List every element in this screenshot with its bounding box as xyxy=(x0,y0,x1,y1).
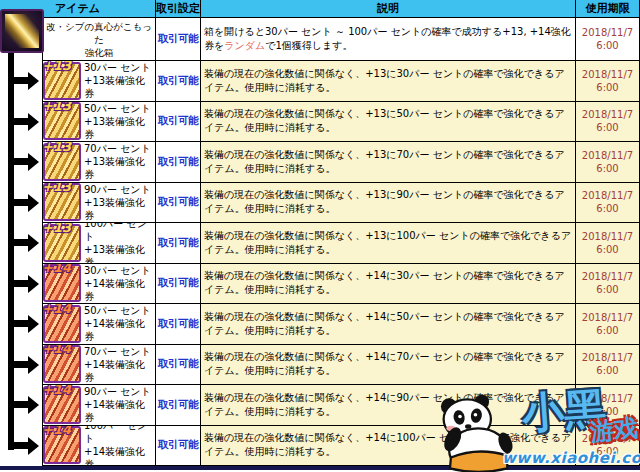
expiry-date: 2018/11/76:00 xyxy=(576,426,640,467)
ticket-plus-label: +14 xyxy=(42,385,71,396)
item-table-page: アイテム 取引設定 説明 使用期限 改・シブの真心がこもった強化箱取引可能箱を開… xyxy=(0,0,640,472)
item-description: 装備の現在の強化数値に関係なく、+13に100パー セントの確率で強化できるアイ… xyxy=(201,223,576,264)
item-cell: +14100パー セント+14装備強化券 xyxy=(42,426,156,467)
item-description: 装備の現在の強化数値に関係なく、+14に50パー セントの確率で強化できるアイテ… xyxy=(201,304,576,345)
item-row: +1370パー セント+13装備強化券取引可能装備の現在の強化数値に関係なく、+… xyxy=(0,142,640,183)
arrow-branch xyxy=(8,401,29,408)
trade-status: 取引可能 xyxy=(156,264,201,305)
arrow-branch xyxy=(8,361,29,368)
arrow-icon xyxy=(28,113,39,131)
item-name: 70パー セント+13装備強化券 xyxy=(81,142,155,181)
item-row: +1350パー セント+13装備強化券取引可能装備の現在の強化数値に関係なく、+… xyxy=(0,102,640,143)
column-header-desc: 説明 xyxy=(201,0,576,18)
item-name: 改・シブの真心がこもった強化箱 xyxy=(43,20,155,59)
item-name: 100パー セント+13装備強化券 xyxy=(81,223,155,264)
arrow-branch xyxy=(8,320,29,327)
table-header: アイテム 取引設定 説明 使用期限 xyxy=(0,0,640,18)
table-body: 改・シブの真心がこもった強化箱取引可能箱を開けると30パー セント ～ 100パ… xyxy=(0,18,640,466)
item-row: +1490パー セント+14装備強化券取引可能装備の現在の強化数値に関係なく、+… xyxy=(0,385,640,426)
item-description: 装備の現在の強化数値に関係なく、+13に30パー セントの確率で強化できるアイテ… xyxy=(201,61,576,102)
item-row: +1450パー セント+14装備強化券取引可能装備の現在の強化数値に関係なく、+… xyxy=(0,304,640,345)
item-description: 装備の現在の強化数値に関係なく、+14に90パー セントの確率で強化できるアイテ… xyxy=(201,385,576,426)
trade-status: 取引可能 xyxy=(156,223,201,264)
item-row: +1470パー セント+14装備強化券取引可能装備の現在の強化数値に関係なく、+… xyxy=(0,345,640,386)
arrow-branch xyxy=(8,239,29,246)
item-cell: +1370パー セント+13装備強化券 xyxy=(42,142,156,183)
item-description: 装備の現在の強化数値に関係なく、+13に50パー セントの確率で強化できるアイテ… xyxy=(201,102,576,143)
trade-status: 取引可能 xyxy=(156,304,201,345)
tree-line xyxy=(8,53,14,61)
arrow-icon xyxy=(28,315,39,333)
expiry-date: 2018/11/76:00 xyxy=(576,61,640,102)
trade-status: 取引可能 xyxy=(156,142,201,183)
plus13-ticket-icon: +13 xyxy=(43,62,81,100)
item-cell: +1490パー セント+14装備強化券 xyxy=(42,385,156,426)
item-cell: +1390パー セント+13装備強化券 xyxy=(42,183,156,224)
highlight-text: ランダム xyxy=(224,40,265,51)
enhance-box-icon xyxy=(0,9,44,53)
plus14-ticket-icon: +14 xyxy=(43,426,81,464)
trade-status: 取引可能 xyxy=(156,18,201,61)
item-row: +1430パー セント+14装備強化券取引可能装備の現在の強化数値に関係なく、+… xyxy=(0,264,640,305)
trade-status: 取引可能 xyxy=(156,426,201,467)
bottom-border xyxy=(0,466,640,470)
column-header-expiry: 使用期限 xyxy=(576,0,640,18)
item-name: 30パー セント+13装備強化券 xyxy=(81,61,155,100)
plus14-ticket-icon: +14 xyxy=(43,345,81,383)
tree-gutter xyxy=(0,304,42,345)
tree-gutter xyxy=(0,61,42,102)
expiry-date: 2018/11/76:00 xyxy=(576,18,640,61)
arrow-icon xyxy=(28,396,39,414)
ticket-plus-label: +14 xyxy=(42,304,71,315)
item-row: +14100パー セント+14装備強化券取引可能装備の現在の強化数値に関係なく、… xyxy=(0,426,640,467)
arrow-icon xyxy=(28,194,39,212)
item-row: +13100パー セント+13装備強化券取引可能装備の現在の強化数値に関係なく、… xyxy=(0,223,640,264)
plus14-ticket-icon: +14 xyxy=(43,386,81,424)
item-description: 装備の現在の強化数値に関係なく、+13に90パー セントの確率で強化できるアイテ… xyxy=(201,183,576,224)
item-row: 改・シブの真心がこもった強化箱取引可能箱を開けると30パー セント ～ 100パ… xyxy=(0,18,640,61)
arrow-branch xyxy=(8,118,29,125)
item-description: 装備の現在の強化数値に関係なく、+14に100パー セントの確率で強化できるアイ… xyxy=(201,426,576,467)
ticket-plus-label: +13 xyxy=(42,102,71,113)
ticket-plus-label: +14 xyxy=(42,264,71,275)
tree-gutter xyxy=(0,385,42,426)
item-cell: +1470パー セント+14装備強化券 xyxy=(42,345,156,386)
column-header-trade: 取引設定 xyxy=(156,0,201,18)
expiry-date: 2018/11/76:00 xyxy=(576,102,640,143)
trade-status: 取引可能 xyxy=(156,385,201,426)
ticket-plus-label: +13 xyxy=(42,183,71,194)
expiry-date: 2018/11/76:00 xyxy=(576,304,640,345)
tree-gutter xyxy=(0,345,42,386)
item-name: 90パー セント+14装備強化券 xyxy=(81,385,155,424)
arrow-branch xyxy=(8,158,29,165)
item-cell: +1430パー セント+14装備強化券 xyxy=(42,264,156,305)
arrow-icon xyxy=(28,437,39,455)
tree-gutter xyxy=(0,223,42,264)
tree-gutter xyxy=(0,264,42,305)
arrow-icon xyxy=(28,234,39,252)
item-cell: +1450パー セント+14装備強化券 xyxy=(42,304,156,345)
plus13-ticket-icon: +13 xyxy=(43,143,81,181)
item-cell: +1350パー セント+13装備強化券 xyxy=(42,102,156,143)
item-row: +1390パー セント+13装備強化券取引可能装備の現在の強化数値に関係なく、+… xyxy=(0,183,640,224)
ticket-plus-label: +14 xyxy=(42,426,71,437)
item-name: 30パー セント+14装備強化券 xyxy=(81,264,155,303)
item-name: 50パー セント+13装備強化券 xyxy=(81,102,155,141)
trade-status: 取引可能 xyxy=(156,61,201,102)
item-description: 装備の現在の強化数値に関係なく、+14に30パー セントの確率で強化できるアイテ… xyxy=(201,264,576,305)
trade-status: 取引可能 xyxy=(156,183,201,224)
plus14-ticket-icon: +14 xyxy=(43,264,81,302)
item-cell: +13100パー セント+13装備強化券 xyxy=(42,223,156,264)
plus13-ticket-icon: +13 xyxy=(43,183,81,221)
expiry-date: 2018/11/76:00 xyxy=(576,385,640,426)
item-cell: +1330パー セント+13装備強化券 xyxy=(42,61,156,102)
ticket-plus-label: +13 xyxy=(42,142,71,153)
expiry-date: 2018/11/76:00 xyxy=(576,345,640,386)
trade-status: 取引可能 xyxy=(156,102,201,143)
arrow-icon xyxy=(28,356,39,374)
item-name: 70パー セント+14装備強化券 xyxy=(81,345,155,384)
trade-status: 取引可能 xyxy=(156,345,201,386)
ticket-plus-label: +13 xyxy=(42,61,71,72)
item-name: 100パー セント+14装備強化券 xyxy=(81,426,155,467)
plus13-ticket-icon: +13 xyxy=(43,224,81,262)
